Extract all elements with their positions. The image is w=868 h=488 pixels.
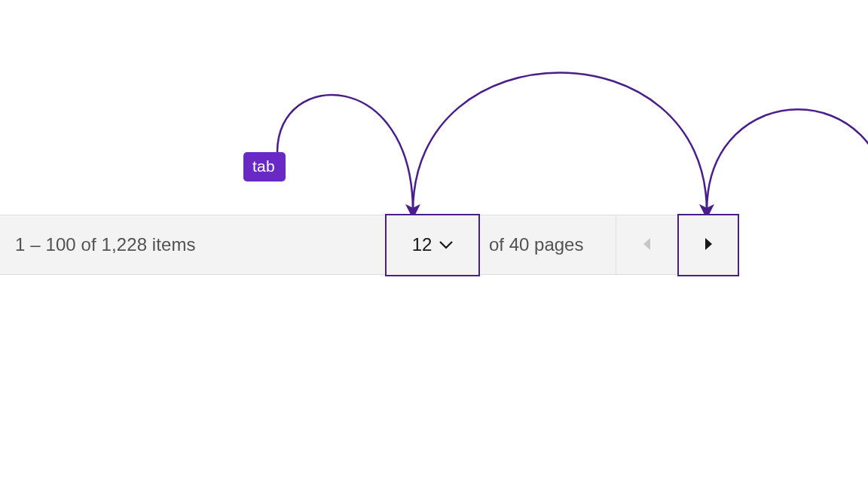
arrow-page-select-to-next xyxy=(413,73,707,212)
previous-page-button[interactable] xyxy=(616,215,677,274)
caret-right-icon xyxy=(703,234,714,255)
pagination-bar: 1 – 100 of 1,228 items 12 of 40 pages xyxy=(0,215,739,275)
tab-key-label: tab xyxy=(252,157,275,175)
page-number-select[interactable]: 12 xyxy=(385,214,480,276)
pagination-items-text: 1 – 100 of 1,228 items xyxy=(0,215,385,274)
arrow-next-to-offscreen xyxy=(707,109,868,212)
arrow-tab-to-page-select xyxy=(277,95,413,212)
caret-left-icon xyxy=(642,234,653,255)
svg-marker-0 xyxy=(643,238,650,250)
tab-key-badge: tab xyxy=(243,152,286,181)
svg-marker-1 xyxy=(705,238,712,250)
chevron-down-icon xyxy=(439,238,453,252)
next-page-button[interactable] xyxy=(677,214,739,276)
pagination-pages-text: of 40 pages xyxy=(480,215,616,274)
page-number-value: 12 xyxy=(412,234,432,255)
